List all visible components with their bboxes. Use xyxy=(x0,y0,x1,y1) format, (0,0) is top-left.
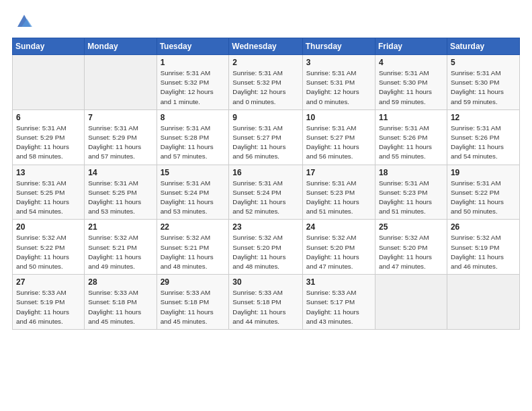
day-number: 23 xyxy=(232,222,298,232)
day-info: Sunrise: 5:31 AM Sunset: 5:29 PM Dayligh… xyxy=(16,124,81,162)
weekday-header: Monday xyxy=(85,38,157,55)
weekday-header: Wednesday xyxy=(229,38,302,55)
day-info: Sunrise: 5:31 AM Sunset: 5:30 PM Dayligh… xyxy=(379,68,443,107)
calendar-week-row: 20Sunrise: 5:32 AM Sunset: 5:22 PM Dayli… xyxy=(13,220,520,275)
day-info: Sunrise: 5:31 AM Sunset: 5:31 PM Dayligh… xyxy=(306,68,371,107)
day-number: 30 xyxy=(232,277,298,287)
day-number: 9 xyxy=(232,113,298,122)
day-info: Sunrise: 5:31 AM Sunset: 5:22 PM Dayligh… xyxy=(451,179,516,217)
calendar-cell: 26Sunrise: 5:32 AM Sunset: 5:19 PM Dayli… xyxy=(447,220,519,275)
calendar-table: SundayMondayTuesdayWednesdayThursdayFrid… xyxy=(12,38,520,330)
day-number: 22 xyxy=(161,222,226,232)
day-number: 28 xyxy=(88,277,152,287)
day-number: 4 xyxy=(379,58,443,67)
calendar-header-row: SundayMondayTuesdayWednesdayThursdayFrid… xyxy=(13,38,520,55)
day-number: 10 xyxy=(306,113,371,122)
day-number: 31 xyxy=(306,277,371,287)
day-info: Sunrise: 5:32 AM Sunset: 5:20 PM Dayligh… xyxy=(379,233,443,271)
calendar-cell: 19Sunrise: 5:31 AM Sunset: 5:22 PM Dayli… xyxy=(447,165,519,220)
day-info: Sunrise: 5:31 AM Sunset: 5:27 PM Dayligh… xyxy=(306,124,371,162)
calendar-cell: 10Sunrise: 5:31 AM Sunset: 5:27 PM Dayli… xyxy=(302,109,375,165)
calendar-cell xyxy=(85,55,157,110)
calendar-cell: 24Sunrise: 5:32 AM Sunset: 5:20 PM Dayli… xyxy=(302,220,375,275)
day-number: 6 xyxy=(16,113,81,122)
calendar-week-row: 13Sunrise: 5:31 AM Sunset: 5:25 PM Dayli… xyxy=(13,165,520,220)
day-number: 19 xyxy=(451,168,516,177)
calendar-cell: 11Sunrise: 5:31 AM Sunset: 5:26 PM Dayli… xyxy=(375,109,447,165)
day-info: Sunrise: 5:32 AM Sunset: 5:20 PM Dayligh… xyxy=(232,233,298,271)
day-info: Sunrise: 5:32 AM Sunset: 5:20 PM Dayligh… xyxy=(306,233,371,271)
calendar-cell: 31Sunrise: 5:33 AM Sunset: 5:17 PM Dayli… xyxy=(302,275,375,330)
day-info: Sunrise: 5:32 AM Sunset: 5:21 PM Dayligh… xyxy=(161,233,226,271)
calendar-cell: 16Sunrise: 5:31 AM Sunset: 5:24 PM Dayli… xyxy=(229,165,302,220)
day-info: Sunrise: 5:31 AM Sunset: 5:24 PM Dayligh… xyxy=(161,179,226,217)
calendar-cell: 2Sunrise: 5:31 AM Sunset: 5:32 PM Daylig… xyxy=(229,55,302,110)
weekday-header: Sunday xyxy=(13,38,85,55)
day-info: Sunrise: 5:31 AM Sunset: 5:30 PM Dayligh… xyxy=(451,68,516,107)
calendar-cell: 25Sunrise: 5:32 AM Sunset: 5:20 PM Dayli… xyxy=(375,220,447,275)
calendar-cell: 13Sunrise: 5:31 AM Sunset: 5:25 PM Dayli… xyxy=(13,165,85,220)
day-number: 26 xyxy=(451,222,516,232)
calendar-cell: 1Sunrise: 5:31 AM Sunset: 5:32 PM Daylig… xyxy=(157,55,229,110)
day-info: Sunrise: 5:33 AM Sunset: 5:18 PM Dayligh… xyxy=(88,288,152,326)
logo-icon xyxy=(15,12,34,31)
day-info: Sunrise: 5:33 AM Sunset: 5:17 PM Dayligh… xyxy=(306,288,371,326)
calendar-cell: 5Sunrise: 5:31 AM Sunset: 5:30 PM Daylig… xyxy=(447,55,519,110)
day-number: 16 xyxy=(232,168,298,177)
calendar-cell: 21Sunrise: 5:32 AM Sunset: 5:21 PM Dayli… xyxy=(85,220,157,275)
calendar-cell: 20Sunrise: 5:32 AM Sunset: 5:22 PM Dayli… xyxy=(13,220,85,275)
day-number: 15 xyxy=(161,168,226,177)
calendar-week-row: 6Sunrise: 5:31 AM Sunset: 5:29 PM Daylig… xyxy=(13,109,520,165)
day-number: 3 xyxy=(306,58,371,67)
weekday-header: Friday xyxy=(375,38,447,55)
day-info: Sunrise: 5:31 AM Sunset: 5:23 PM Dayligh… xyxy=(379,179,443,217)
day-number: 14 xyxy=(88,168,152,177)
day-info: Sunrise: 5:32 AM Sunset: 5:21 PM Dayligh… xyxy=(88,233,152,271)
day-info: Sunrise: 5:31 AM Sunset: 5:23 PM Dayligh… xyxy=(306,179,371,217)
calendar-cell: 22Sunrise: 5:32 AM Sunset: 5:21 PM Dayli… xyxy=(157,220,229,275)
calendar-cell: 29Sunrise: 5:33 AM Sunset: 5:18 PM Dayli… xyxy=(157,275,229,330)
day-number: 8 xyxy=(161,113,226,122)
page: SundayMondayTuesdayWednesdayThursdayFrid… xyxy=(0,0,532,411)
calendar-cell: 6Sunrise: 5:31 AM Sunset: 5:29 PM Daylig… xyxy=(13,109,85,165)
calendar-cell: 17Sunrise: 5:31 AM Sunset: 5:23 PM Dayli… xyxy=(302,165,375,220)
weekday-header: Tuesday xyxy=(157,38,229,55)
day-info: Sunrise: 5:31 AM Sunset: 5:26 PM Dayligh… xyxy=(451,124,516,162)
day-info: Sunrise: 5:31 AM Sunset: 5:26 PM Dayligh… xyxy=(379,124,443,162)
day-info: Sunrise: 5:31 AM Sunset: 5:29 PM Dayligh… xyxy=(88,124,152,162)
day-number: 13 xyxy=(16,168,81,177)
day-info: Sunrise: 5:31 AM Sunset: 5:27 PM Dayligh… xyxy=(232,124,298,162)
day-info: Sunrise: 5:32 AM Sunset: 5:22 PM Dayligh… xyxy=(16,233,81,271)
calendar-cell: 4Sunrise: 5:31 AM Sunset: 5:30 PM Daylig… xyxy=(375,55,447,110)
calendar-cell: 14Sunrise: 5:31 AM Sunset: 5:25 PM Dayli… xyxy=(85,165,157,220)
day-number: 7 xyxy=(88,113,152,122)
calendar-cell xyxy=(447,275,519,330)
calendar-cell: 8Sunrise: 5:31 AM Sunset: 5:28 PM Daylig… xyxy=(157,109,229,165)
day-number: 21 xyxy=(88,222,152,232)
day-number: 11 xyxy=(379,113,443,122)
calendar-cell: 3Sunrise: 5:31 AM Sunset: 5:31 PM Daylig… xyxy=(302,55,375,110)
day-number: 17 xyxy=(306,168,371,177)
day-info: Sunrise: 5:33 AM Sunset: 5:19 PM Dayligh… xyxy=(16,288,81,326)
calendar-cell: 7Sunrise: 5:31 AM Sunset: 5:29 PM Daylig… xyxy=(85,109,157,165)
calendar-week-row: 1Sunrise: 5:31 AM Sunset: 5:32 PM Daylig… xyxy=(13,55,520,110)
day-number: 2 xyxy=(232,58,298,67)
day-info: Sunrise: 5:31 AM Sunset: 5:32 PM Dayligh… xyxy=(161,68,226,107)
calendar-week-row: 27Sunrise: 5:33 AM Sunset: 5:19 PM Dayli… xyxy=(13,275,520,330)
day-info: Sunrise: 5:33 AM Sunset: 5:18 PM Dayligh… xyxy=(161,288,226,326)
calendar-cell: 9Sunrise: 5:31 AM Sunset: 5:27 PM Daylig… xyxy=(229,109,302,165)
calendar-cell xyxy=(375,275,447,330)
day-number: 12 xyxy=(451,113,516,122)
weekday-header: Thursday xyxy=(302,38,375,55)
day-info: Sunrise: 5:32 AM Sunset: 5:19 PM Dayligh… xyxy=(451,233,516,271)
day-info: Sunrise: 5:31 AM Sunset: 5:25 PM Dayligh… xyxy=(88,179,152,217)
calendar-cell: 12Sunrise: 5:31 AM Sunset: 5:26 PM Dayli… xyxy=(447,109,519,165)
day-number: 20 xyxy=(16,222,81,232)
day-number: 1 xyxy=(161,58,226,67)
day-number: 27 xyxy=(16,277,81,287)
calendar-cell: 28Sunrise: 5:33 AM Sunset: 5:18 PM Dayli… xyxy=(85,275,157,330)
day-number: 24 xyxy=(306,222,371,232)
calendar-cell: 30Sunrise: 5:33 AM Sunset: 5:18 PM Dayli… xyxy=(229,275,302,330)
header xyxy=(12,12,520,31)
day-info: Sunrise: 5:33 AM Sunset: 5:18 PM Dayligh… xyxy=(232,288,298,326)
